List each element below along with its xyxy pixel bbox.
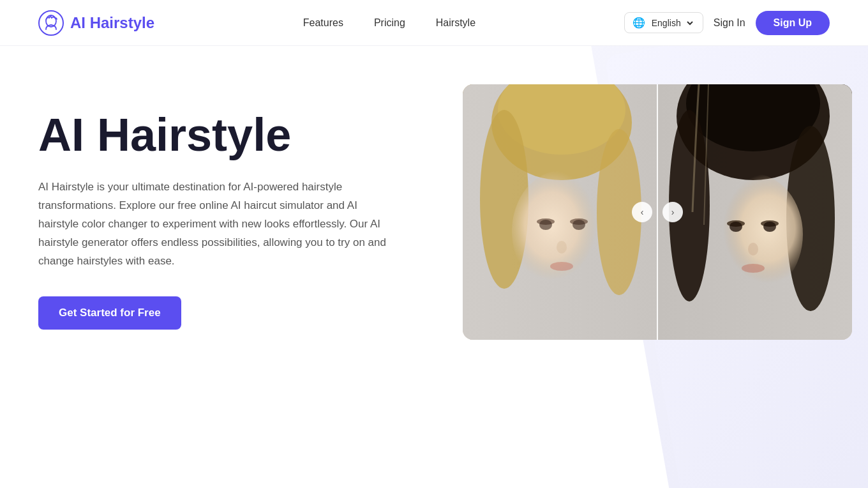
cta-button[interactable]: Get Started for Free xyxy=(38,296,181,330)
nav-features[interactable]: Features xyxy=(303,17,343,28)
image-divider xyxy=(657,84,658,340)
signin-button[interactable]: Sign In xyxy=(714,17,745,29)
logo-link[interactable]: AI Hairstyle xyxy=(38,10,154,36)
image-left-half xyxy=(463,84,657,340)
nav-hairstyle[interactable]: Hairstyle xyxy=(436,17,475,28)
svg-point-0 xyxy=(39,11,63,35)
signup-button[interactable]: Sign Up xyxy=(756,11,830,35)
image-arrow-right[interactable]: › xyxy=(662,202,683,222)
image-arrow-left[interactable]: ‹ xyxy=(632,202,652,222)
brand-name: AI Hairstyle xyxy=(70,14,154,32)
before-after-image: ‹ › xyxy=(463,84,852,340)
logo-icon xyxy=(38,10,64,36)
navbar: AI Hairstyle Features Pricing Hairstyle … xyxy=(0,0,868,46)
hero-section: AI Hairstyle AI Hairstyle is your ultima… xyxy=(0,46,868,488)
nav-pricing[interactable]: Pricing xyxy=(374,17,405,28)
language-selector[interactable]: 🌐 English Spanish French German Chinese xyxy=(624,12,703,33)
nav-right: 🌐 English Spanish French German Chinese … xyxy=(624,11,830,35)
chevron-right-icon: › xyxy=(671,207,675,217)
image-right-half xyxy=(657,84,852,340)
hero-description: AI Hairstyle is your ultimate destinatio… xyxy=(38,178,396,270)
hero-title: AI Hairstyle xyxy=(38,110,396,160)
nav-links: Features Pricing Hairstyle xyxy=(303,17,475,29)
chevron-left-icon: ‹ xyxy=(641,207,644,217)
language-dropdown[interactable]: English Spanish French German Chinese xyxy=(649,17,695,29)
hero-content: AI Hairstyle AI Hairstyle is your ultima… xyxy=(0,46,434,368)
hero-image-area: ‹ › xyxy=(434,46,868,340)
globe-icon: 🌐 xyxy=(632,17,645,29)
